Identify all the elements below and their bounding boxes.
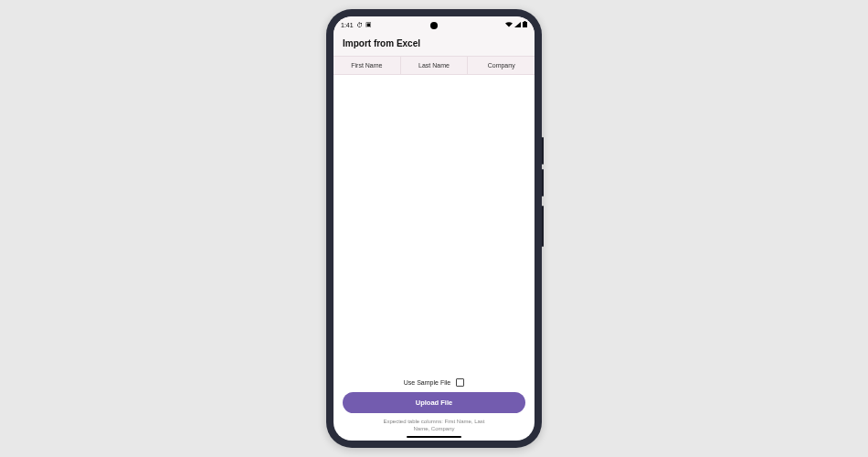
battery-icon	[523, 21, 527, 28]
sample-file-row[interactable]: Use Sample File	[404, 378, 464, 387]
table-col-last-name: Last Name	[401, 57, 469, 74]
table-body-empty	[333, 75, 535, 373]
phone-frame: 1:41 ⏱ ▣ Import from Excel First Name	[326, 9, 542, 448]
notification-icon: ▣	[365, 21, 372, 28]
table-header-row: First Name Last Name Company	[333, 56, 535, 75]
phone-screen: 1:41 ⏱ ▣ Import from Excel First Name	[333, 16, 535, 441]
footer: Use Sample File Upload File Expected tab…	[333, 373, 535, 441]
sample-file-checkbox[interactable]	[456, 378, 464, 387]
camera-notch	[430, 22, 438, 29]
page-title: Import from Excel	[343, 38, 525, 48]
table-col-company: Company	[468, 57, 535, 74]
sample-file-label: Use Sample File	[404, 379, 450, 386]
wifi-icon	[505, 22, 513, 28]
svg-rect-1	[523, 22, 527, 27]
table-col-first-name: First Name	[333, 57, 401, 74]
nav-indicator[interactable]	[407, 436, 461, 438]
upload-file-button[interactable]: Upload File	[343, 392, 525, 413]
phone-volume-down	[542, 169, 544, 197]
status-time: 1:41	[341, 22, 354, 28]
svg-rect-0	[524, 21, 526, 22]
signal-icon	[514, 22, 521, 28]
page-header: Import from Excel	[333, 33, 535, 56]
phone-volume-up	[542, 137, 544, 165]
clock-icon: ⏱	[356, 22, 363, 28]
phone-power-button	[542, 206, 544, 247]
columns-hint: Expected table columns: First Name, Last…	[379, 419, 489, 433]
